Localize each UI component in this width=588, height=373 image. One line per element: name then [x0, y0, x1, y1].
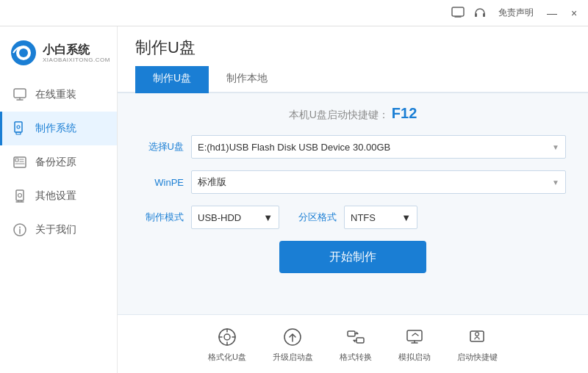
shortcut-prefix: 本机U盘启动快捷键：	[289, 109, 389, 120]
simulate-boot-icon	[404, 326, 426, 348]
winpe-value: 标准版	[198, 175, 226, 189]
logo-area: 小白系统 XIAOBAIXITONG.COM	[0, 34, 117, 78]
boot-shortcut-label: 启动快捷键	[457, 352, 498, 363]
svg-point-13	[18, 194, 22, 198]
content-header: 制作U盘 制作U盘 制作本地	[118, 26, 588, 93]
shortcut-key: F12	[392, 105, 417, 121]
format-udisk-label: 格式化U盘	[208, 352, 246, 363]
tool-simulate-boot[interactable]: 模拟启动	[398, 326, 431, 363]
boot-shortcut-icon	[466, 326, 488, 348]
sidebar-label-other-settings: 其他设置	[35, 189, 76, 203]
svg-rect-20	[356, 338, 364, 343]
svg-rect-12	[16, 190, 24, 200]
sidebar-label-about-us: 关于我们	[35, 223, 76, 236]
select-udisk-row: 选择U盘 E:(hd1)USB Flash Disk USB Device 30…	[140, 135, 566, 159]
tab-make-udisk[interactable]: 制作U盘	[135, 66, 209, 93]
logo-name: 小白系统	[43, 43, 110, 57]
make-mode-row: 制作模式 USB-HDD ▼ 分区格式 NTFS ▼	[140, 206, 566, 229]
partition-dropdown[interactable]: NTFS ▼	[344, 206, 417, 229]
content-area: 制作U盘 制作U盘 制作本地 本机U盘启动快捷键：F12 选择U盘 E:(hd1…	[118, 26, 588, 373]
make-mode-value: USB-HDD	[198, 212, 241, 223]
winpe-dropdown[interactable]: 标准版 ▼	[191, 170, 566, 194]
other-settings-icon	[12, 188, 28, 204]
select-udisk-label: 选择U盘	[140, 140, 184, 153]
svg-point-15	[19, 227, 21, 228]
bottom-toolbar: 格式化U盘 升级启动盘	[118, 314, 588, 373]
logo-sub: XIAOBAIXITONG.COM	[43, 57, 110, 63]
start-make-button[interactable]: 开始制作	[279, 241, 426, 273]
make-system-icon	[12, 120, 28, 137]
partition-label: 分区格式	[298, 211, 337, 224]
sidebar-label-online-reinstall: 在线重装	[35, 88, 76, 101]
svg-rect-0	[452, 7, 464, 16]
svg-rect-1	[475, 13, 477, 17]
sidebar-item-other-settings[interactable]: 其他设置	[0, 179, 117, 213]
free-statement-btn[interactable]: 免责声明	[494, 5, 538, 21]
logo-icon	[10, 40, 37, 66]
about-us-icon	[12, 222, 28, 238]
upgrade-boot-label: 升级启动盘	[273, 352, 313, 363]
tab-make-local[interactable]: 制作本地	[209, 66, 285, 93]
tool-upgrade-boot[interactable]: 升级启动盘	[273, 326, 313, 363]
partition-value: NTFS	[351, 212, 376, 223]
headset-icon[interactable]	[472, 5, 488, 21]
svg-point-23	[476, 332, 479, 336]
format-udisk-icon	[216, 326, 238, 348]
online-reinstall-icon	[12, 87, 28, 103]
sidebar-label-backup-restore: 备份还原	[35, 156, 76, 169]
simulate-boot-label: 模拟启动	[398, 352, 431, 363]
make-mode-label: 制作模式	[140, 211, 184, 224]
svg-point-5	[19, 48, 28, 57]
svg-rect-6	[14, 89, 26, 98]
winpe-label: WinPE	[140, 177, 184, 188]
sidebar-item-make-system[interactable]: 制作系统	[0, 112, 117, 145]
form-area: 本机U盘启动快捷键：F12 选择U盘 E:(hd1)USB Flash Disk…	[118, 93, 588, 314]
svg-point-9	[17, 126, 20, 128]
format-convert-label: 格式转换	[340, 352, 372, 363]
svg-rect-7	[15, 122, 22, 132]
select-udisk-value: E:(hd1)USB Flash Disk USB Device 30.00GB	[198, 142, 390, 153]
make-mode-arrow-icon: ▼	[263, 212, 273, 223]
make-mode-dropdown[interactable]: USB-HDD ▼	[191, 206, 279, 229]
shortcut-hint: 本机U盘启动快捷键：F12	[140, 105, 566, 122]
svg-rect-11	[15, 159, 18, 162]
sidebar-item-about-us[interactable]: 关于我们	[0, 213, 117, 247]
svg-rect-19	[348, 331, 355, 336]
select-udisk-dropdown[interactable]: E:(hd1)USB Flash Disk USB Device 30.00GB…	[191, 135, 566, 159]
tool-format-convert[interactable]: 格式转换	[340, 326, 372, 363]
partition-arrow-icon: ▼	[401, 212, 411, 223]
tool-boot-shortcut[interactable]: 启动快捷键	[457, 326, 498, 363]
user-icon[interactable]	[450, 5, 466, 21]
format-convert-icon	[345, 326, 367, 348]
winpe-row: WinPE 标准版 ▼	[140, 170, 566, 194]
svg-rect-8	[16, 132, 21, 134]
svg-point-17	[224, 334, 230, 340]
sidebar-item-backup-restore[interactable]: 备份还原	[0, 145, 117, 179]
backup-restore-icon	[12, 154, 28, 170]
winpe-arrow-icon: ▼	[552, 178, 559, 186]
select-udisk-arrow-icon: ▼	[552, 143, 559, 151]
main-layout: 小白系统 XIAOBAIXITONG.COM 在线重装	[0, 26, 588, 373]
minimize-btn[interactable]: —	[544, 5, 560, 21]
title-bar-icons: 免责声明 — ×	[450, 5, 582, 21]
tabs: 制作U盘 制作本地	[135, 66, 570, 92]
sidebar: 小白系统 XIAOBAIXITONG.COM 在线重装	[0, 26, 118, 373]
sidebar-item-online-reinstall[interactable]: 在线重装	[0, 78, 117, 112]
page-title: 制作U盘	[135, 37, 570, 59]
sidebar-label-make-system: 制作系统	[35, 122, 76, 135]
svg-rect-2	[483, 13, 485, 17]
close-btn[interactable]: ×	[566, 5, 582, 21]
tool-format-udisk[interactable]: 格式化U盘	[208, 326, 246, 363]
title-bar: 免责声明 — ×	[0, 0, 588, 26]
upgrade-boot-icon	[282, 326, 304, 348]
svg-rect-21	[407, 330, 422, 341]
